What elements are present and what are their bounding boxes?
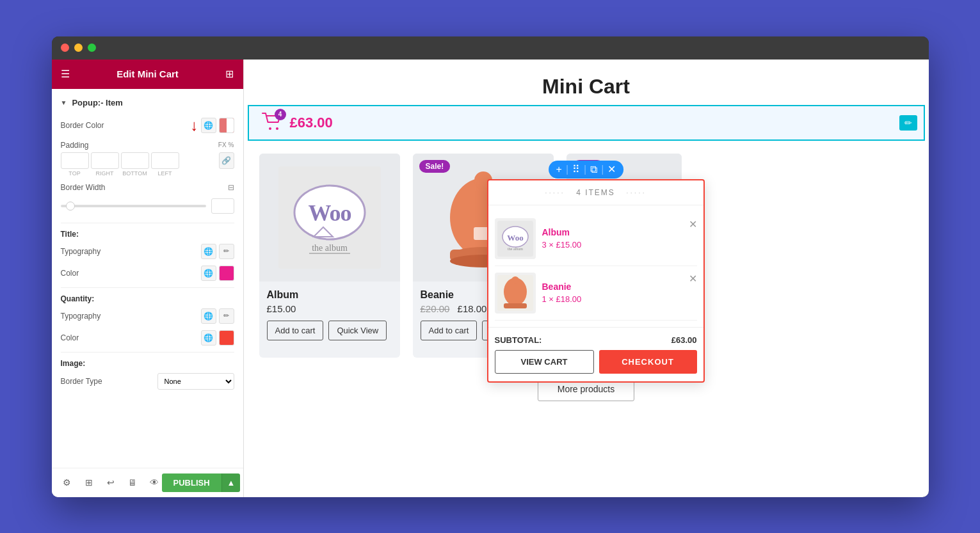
title-color-swatch[interactable] xyxy=(219,266,234,281)
responsive-icon[interactable]: 🖥 xyxy=(125,475,140,490)
divider-3 xyxy=(61,352,234,353)
title-typography-label: Typography xyxy=(61,247,101,256)
qty-typography-label: Typography xyxy=(61,312,101,321)
minimize-btn[interactable] xyxy=(74,44,83,52)
border-width-section: Border Width ⊟ xyxy=(61,183,234,214)
padding-left-input[interactable] xyxy=(151,152,179,169)
page-title: Mini Cart xyxy=(244,60,929,105)
copy-btn[interactable]: ⧉ xyxy=(590,164,597,175)
view-cart-button[interactable]: VIEW CART xyxy=(495,350,594,374)
add-to-cart-album[interactable]: Add to cart xyxy=(267,321,324,340)
title-color-globe[interactable]: 🌐 xyxy=(201,266,216,281)
preview-icon[interactable]: 👁 xyxy=(147,475,162,490)
settings-icon[interactable]: ⚙ xyxy=(60,475,75,490)
mini-beanie-thumb xyxy=(497,275,533,311)
border-type-label: Border Type xyxy=(61,377,102,386)
checkout-button[interactable]: CHECKOUT xyxy=(599,350,697,374)
border-color-swatch[interactable] xyxy=(219,118,234,133)
section-popup-label: Popup:- Item xyxy=(72,98,122,107)
padding-right-input[interactable] xyxy=(91,152,119,169)
mini-item-qty-album: 3 × £15.00 xyxy=(542,240,697,250)
remove-album-btn[interactable]: ✕ xyxy=(689,218,697,230)
padding-label: Padding xyxy=(61,141,89,150)
padding-section: Padding FX % 🔗 xyxy=(61,141,234,177)
padding-top-input[interactable] xyxy=(61,152,89,169)
svg-point-0 xyxy=(269,127,271,130)
divider-2 xyxy=(61,287,234,288)
section-popup-item[interactable]: ▼ Popup:- Item xyxy=(61,98,234,107)
qty-color-controls: 🌐 xyxy=(201,330,234,346)
cart-edit-button[interactable]: ✏ xyxy=(899,115,917,131)
image-section-label: Image: xyxy=(61,359,234,368)
move-btn[interactable]: ⠿ xyxy=(572,164,580,175)
maximize-btn[interactable] xyxy=(88,44,96,52)
add-to-cart-beanie[interactable]: Add to cart xyxy=(421,321,478,340)
layers-icon[interactable]: ⊞ xyxy=(81,475,97,490)
panel-body: ▼ Popup:- Item Border Color ↓ 🌐 xyxy=(52,89,243,468)
close-btn[interactable] xyxy=(61,44,69,52)
border-color-globe-btn[interactable]: 🌐 xyxy=(201,118,216,133)
panel-footer: ⚙ ⊞ ↩ 🖥 👁 PUBLISH ▲ xyxy=(52,468,243,497)
border-color-label: Border Color xyxy=(61,121,104,130)
product-price-album: £15.00 xyxy=(267,303,392,314)
svg-text:the album: the album xyxy=(508,247,523,251)
padding-controls: 🔗 xyxy=(61,152,234,169)
history-icon[interactable]: ↩ xyxy=(103,475,118,490)
padding-bottom-input[interactable] xyxy=(121,152,149,169)
border-width-value[interactable] xyxy=(211,198,234,214)
title-typography-globe[interactable]: 🌐 xyxy=(201,244,216,259)
mini-item-name-album: Album xyxy=(542,227,697,237)
mini-cart-items-count: 4 ITEMS xyxy=(576,188,615,197)
padding-label-row: Padding FX % xyxy=(61,141,234,150)
grid-icon[interactable]: ⊞ xyxy=(225,68,234,80)
border-width-icon: ⊟ xyxy=(228,183,234,192)
border-width-row: Border Width ⊟ xyxy=(61,183,234,192)
product-info-album: Album £15.00 Add to cart Quick View xyxy=(259,282,400,348)
qty-color-row: Color 🌐 xyxy=(61,330,234,346)
quantity-section-label: Quantity: xyxy=(61,294,234,303)
woo-album-image: Woo the album xyxy=(278,166,381,269)
title-color-controls: 🌐 xyxy=(201,266,234,281)
mini-cart-header: ····· 4 ITEMS ····· xyxy=(488,180,703,205)
add-section-btn[interactable]: + xyxy=(556,164,562,175)
publish-group: PUBLISH ▲ xyxy=(162,473,241,492)
svg-rect-20 xyxy=(504,303,527,308)
mini-item-qty-beanie: 1 × £18.00 xyxy=(542,294,697,304)
border-width-slider-row xyxy=(61,198,234,214)
border-type-select[interactable]: None Solid Dashed Dotted xyxy=(157,373,234,390)
qty-typography-edit[interactable]: ✏ xyxy=(219,308,234,324)
padding-left-label: LEFT xyxy=(151,170,179,177)
padding-link-btn[interactable]: 🔗 xyxy=(219,152,234,169)
svg-text:the album: the album xyxy=(312,243,348,253)
chevron-down-icon: ▼ xyxy=(61,99,67,106)
mini-album-thumb: Woo the album xyxy=(497,221,533,257)
svg-point-21 xyxy=(511,276,519,284)
publish-arrow-button[interactable]: ▲ xyxy=(221,473,241,492)
mini-cart-popup: ····· 4 ITEMS ····· Woo xyxy=(487,179,705,383)
svg-point-1 xyxy=(276,127,278,130)
qty-color-swatch[interactable] xyxy=(219,330,234,346)
padding-fx-badge: FX % xyxy=(218,141,234,148)
title-typography-controls: 🌐 ✏ xyxy=(201,244,234,259)
left-panel: ☰ Edit Mini Cart ⊞ ▼ Popup:- Item Border… xyxy=(52,60,244,497)
qty-typography-globe[interactable]: 🌐 xyxy=(201,308,216,324)
mini-item-image-beanie xyxy=(495,273,536,314)
quick-view-album[interactable]: Quick View xyxy=(328,321,387,340)
divider-1 xyxy=(61,223,234,223)
mini-cart-buttons: VIEW CART CHECKOUT xyxy=(488,350,703,381)
publish-button[interactable]: PUBLISH xyxy=(162,473,221,492)
subtotal-label: SUBTOTAL: xyxy=(495,335,542,345)
remove-beanie-btn[interactable]: ✕ xyxy=(689,273,697,285)
svg-text:Woo: Woo xyxy=(507,233,523,243)
floating-toolbar: + | ⠿ | ⧉ | ✕ xyxy=(549,161,624,179)
panel-title: Edit Mini Cart xyxy=(116,68,179,79)
border-width-slider[interactable] xyxy=(61,205,206,207)
hamburger-icon[interactable]: ☰ xyxy=(61,68,70,80)
product-card-album: Woo the album Album £15.00 Add to cart Q… xyxy=(259,154,400,358)
border-type-row: Border Type None Solid Dashed Dotted xyxy=(61,373,234,390)
title-section-label: Title: xyxy=(61,230,234,239)
close-toolbar-btn[interactable]: ✕ xyxy=(607,164,616,175)
title-typography-edit[interactable]: ✏ xyxy=(219,244,234,259)
qty-color-globe[interactable]: 🌐 xyxy=(201,330,216,346)
arrow-down-indicator: ↓ xyxy=(191,116,198,134)
